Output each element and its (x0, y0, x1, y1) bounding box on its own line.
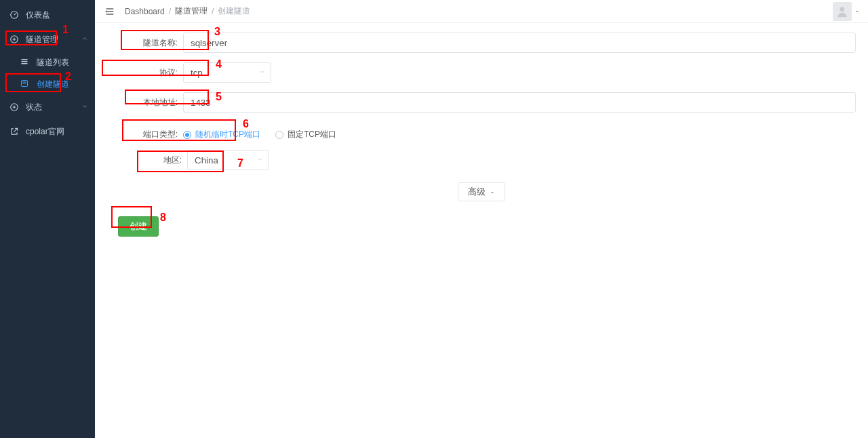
avatar-icon (833, 2, 852, 21)
sidebar-item-label: 隧道管理 (26, 34, 58, 45)
advanced-button[interactable]: 高级 (458, 182, 505, 201)
sidebar-item-create-tunnel[interactable]: 创建隧道 (0, 73, 95, 95)
topbar: Dashboard / 隧道管理 / 创建隧道 (95, 0, 868, 23)
breadcrumb-sep: / (212, 7, 214, 16)
svg-point-9 (840, 7, 845, 12)
radio-fixed-port[interactable]: 固定TCP端口 (275, 129, 336, 140)
sidebar-item-tunnel-mgmt[interactable]: 隧道管理 (0, 27, 95, 52)
svg-rect-4 (22, 63, 28, 64)
create-icon (20, 79, 30, 89)
radio-random-port[interactable]: 随机临时TCP端口 (183, 129, 260, 140)
breadcrumb-sep: / (169, 7, 171, 16)
local-addr-label: 本地地址: (134, 97, 178, 108)
sidebar-item-dashboard[interactable]: 仪表盘 (0, 3, 95, 27)
sidebar: 仪表盘 隧道管理 隧道列表 创建隧道 (0, 0, 95, 438)
port-type-label: 端口类型: (134, 129, 178, 140)
create-label: 创建 (130, 221, 147, 231)
region-select[interactable] (187, 150, 269, 170)
protocol-select[interactable] (183, 62, 271, 83)
sidebar-item-tunnel-list[interactable]: 隧道列表 (0, 52, 95, 73)
protocol-label: 协议: (134, 67, 178, 79)
plus-circle-icon (9, 102, 19, 112)
sidebar-item-cpolar-site[interactable]: cpolar官网 (0, 119, 95, 144)
tunnel-name-label: 隧道名称: (134, 37, 178, 49)
sidebar-item-label: 仪表盘 (26, 9, 50, 21)
sidebar-item-label: 创建隧道 (37, 79, 69, 90)
sidebar-item-label: cpolar官网 (26, 126, 64, 138)
sidebar-item-label: 状态 (26, 102, 42, 113)
tunnel-name-input[interactable] (183, 33, 856, 53)
plus-circle-icon (9, 35, 19, 44)
svg-rect-3 (22, 61, 28, 62)
svg-rect-7 (23, 83, 26, 84)
caret-down-icon (490, 187, 495, 197)
advanced-label: 高级 (468, 186, 486, 198)
chevron-up-icon (81, 35, 88, 44)
list-icon (20, 58, 30, 67)
breadcrumb-root[interactable]: Dashboard (125, 7, 165, 16)
user-menu[interactable] (833, 2, 860, 21)
chevron-down-icon (81, 102, 88, 112)
breadcrumb: Dashboard / 隧道管理 / 创建隧道 (125, 5, 250, 17)
protocol-value[interactable] (183, 62, 271, 83)
sidebar-item-label: 隧道列表 (37, 57, 69, 68)
menu-toggle-icon[interactable] (103, 5, 117, 18)
create-button[interactable]: 创建 (118, 216, 159, 237)
caret-down-icon (854, 7, 860, 16)
radio-label: 固定TCP端口 (288, 129, 336, 140)
radio-dot-icon (275, 131, 283, 139)
form-content: 隧道名称: 协议: 本地地址: 端口类型: (95, 23, 868, 438)
region-label: 地区: (155, 155, 182, 166)
breadcrumb-mid[interactable]: 隧道管理 (175, 5, 208, 17)
breadcrumb-current: 创建隧道 (218, 5, 250, 17)
dashboard-icon (9, 10, 19, 20)
local-addr-input[interactable] (183, 92, 856, 113)
svg-rect-6 (23, 82, 26, 83)
region-value[interactable] (187, 150, 269, 170)
radio-label: 随机临时TCP端口 (195, 129, 260, 140)
radio-dot-icon (183, 131, 191, 139)
main-area: Dashboard / 隧道管理 / 创建隧道 隧道名称: (95, 0, 868, 438)
sidebar-item-status[interactable]: 状态 (0, 95, 95, 119)
external-icon (9, 127, 19, 136)
svg-rect-2 (22, 59, 28, 60)
